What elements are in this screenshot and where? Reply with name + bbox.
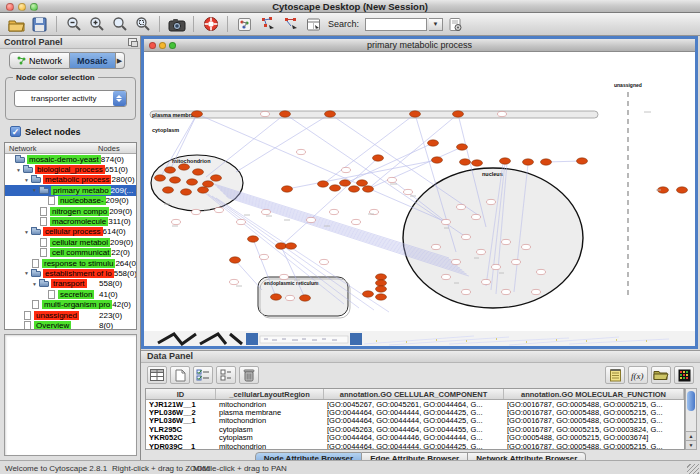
- select-nodes-row: ✓ Select nodes: [10, 126, 81, 137]
- zoom-in-button[interactable]: [86, 15, 107, 34]
- file-icon: [40, 207, 47, 216]
- table-cell: mitochondrion: [216, 442, 324, 450]
- tree-node-label: macromolecule: [50, 217, 108, 226]
- help-button[interactable]: [200, 15, 221, 34]
- tree-row[interactable]: ▼transport558(0): [5, 279, 136, 289]
- unassigned-label: unassigned: [614, 82, 642, 88]
- unselect-attributes-icon: [220, 369, 232, 382]
- expand-arrow-icon[interactable]: ▼: [32, 281, 39, 287]
- control-panel-title: Control Panel: [0, 36, 140, 49]
- new-attribute-button[interactable]: [170, 366, 190, 384]
- tree-row[interactable]: unassigned223(0): [5, 310, 136, 320]
- tree-node-count: 311(0): [108, 217, 137, 226]
- tree-row[interactable]: multi-organism pro42(0): [5, 299, 136, 309]
- column-header[interactable]: ID: [146, 389, 216, 399]
- tree-node-count: 280(0): [111, 175, 137, 184]
- expand-arrow-icon[interactable]: ▼: [16, 167, 23, 173]
- search-dropdown-button[interactable]: ▼: [429, 18, 443, 31]
- expand-arrow-icon[interactable]: ▼: [24, 177, 31, 183]
- region-nucleus[interactable]: nucleus: [403, 168, 583, 308]
- status-bar: Welcome to Cytoscape 2.8.1 Right-click +…: [0, 460, 700, 474]
- scroll-up-arrow[interactable]: ▲: [686, 431, 696, 440]
- expand-arrow-icon[interactable]: ▼: [24, 229, 31, 235]
- new-network-icon: [260, 16, 276, 32]
- zoom-fit-icon: [112, 16, 128, 32]
- import-attributes-button[interactable]: [651, 366, 671, 384]
- search-config-button[interactable]: [445, 15, 466, 34]
- tree-row[interactable]: macromolecule311(0): [5, 216, 136, 226]
- table-cell: YDR039C__1: [146, 442, 216, 450]
- control-panel: Control Panel Network Mosaic ▶ Node colo…: [0, 36, 141, 460]
- notes-button[interactable]: [605, 366, 625, 384]
- tree-row[interactable]: cell communicat22(0): [5, 248, 136, 258]
- tree-column-network: Network: [5, 144, 98, 153]
- snapshot-button[interactable]: [166, 15, 187, 34]
- tree-node-label: establishment of lo: [43, 269, 114, 278]
- tab-mosaic[interactable]: Mosaic: [70, 52, 116, 69]
- column-header[interactable]: _cellularLayoutRegion: [216, 389, 324, 399]
- formula-button[interactable]: f(x): [628, 366, 648, 384]
- tree-row[interactable]: secretion41(0): [5, 289, 136, 299]
- tree-row[interactable]: nucleobase-209(0): [5, 196, 136, 206]
- tree-row[interactable]: Overview8(0): [5, 320, 136, 330]
- search-input[interactable]: [365, 18, 427, 31]
- attribute-grid-button[interactable]: [147, 366, 167, 384]
- canvas-bottom-artifacts: [144, 331, 695, 346]
- column-header[interactable]: annotation.GO CELLULAR_COMPONENT: [324, 389, 504, 399]
- float-panel-icon[interactable]: [128, 38, 137, 46]
- network-tab-icon: [17, 56, 26, 65]
- tree-row[interactable]: ▼biological_process651(0): [5, 164, 136, 174]
- zoom-fit-button[interactable]: [109, 15, 130, 34]
- scrollbar-thumb[interactable]: [687, 391, 695, 411]
- select-nodes-checkbox[interactable]: ✓: [10, 126, 21, 137]
- tab-network[interactable]: Network: [9, 52, 70, 69]
- zoom-selected-button[interactable]: [132, 15, 153, 34]
- tree-row[interactable]: cellular metabol209(0): [5, 237, 136, 247]
- tree-row[interactable]: mosaic-demo-yeast874(0): [5, 154, 136, 164]
- tree-node-count: 42(0): [112, 300, 137, 309]
- expand-arrow-icon[interactable]: ▼: [32, 187, 39, 193]
- scroll-down-arrow[interactable]: ▼: [686, 440, 696, 449]
- region-plasma-membrane[interactable]: plasma membrane: [150, 111, 598, 118]
- tree-row[interactable]: ▼primary metabo209(...: [5, 185, 136, 195]
- tree-row[interactable]: nitrogen compo209(0): [5, 206, 136, 216]
- tree-row[interactable]: ▼establishment of lo558(0): [5, 268, 136, 278]
- new-network-selected-edges-button[interactable]: [280, 15, 301, 34]
- unselect-attributes-button[interactable]: [216, 366, 236, 384]
- table-scrollbar[interactable]: ▲ ▼: [685, 388, 697, 450]
- network-canvas[interactable]: plasma membrane cytoplasm mitochondrion …: [144, 52, 695, 346]
- notepad-icon: [609, 368, 622, 382]
- select-attributes-icon: [196, 369, 210, 382]
- resize-grip[interactable]: [687, 464, 699, 474]
- folder-icon: [23, 167, 33, 173]
- folder-icon: [39, 281, 49, 287]
- node-color-dropdown[interactable]: transporter activity: [14, 90, 127, 107]
- window-titlebar: Cytoscape Desktop (New Session): [0, 0, 700, 13]
- fx-icon: f(x): [630, 369, 646, 381]
- table-row[interactable]: YDR039C__1mitochondrion[GO:0044464, GO:0…: [146, 442, 684, 450]
- heatmap-button[interactable]: [674, 366, 694, 384]
- delete-attribute-button[interactable]: [239, 366, 259, 384]
- tree-row[interactable]: ▼cellular process614(0): [5, 227, 136, 237]
- zoom-out-button[interactable]: [63, 15, 84, 34]
- tab-overflow-button[interactable]: ▶: [116, 52, 125, 69]
- expand-arrow-icon[interactable]: ▼: [24, 270, 31, 276]
- select-attributes-button[interactable]: [193, 366, 213, 384]
- tree-row[interactable]: response to stimulu264(0): [5, 258, 136, 268]
- birds-eye-view[interactable]: [4, 334, 137, 456]
- open-file-button[interactable]: [6, 15, 27, 34]
- save-button[interactable]: [29, 15, 50, 34]
- tree-node-label: mosaic-demo-yeast: [27, 155, 101, 164]
- annotation-icon: [237, 17, 252, 32]
- tree-row[interactable]: ▼metabolic process280(0): [5, 175, 136, 185]
- tree-node-count: 558(0): [114, 269, 137, 278]
- tab-label: Network: [29, 56, 62, 66]
- tree-node-label: primary metabo: [51, 186, 111, 195]
- column-header[interactable]: annotation.GO MOLECULAR_FUNCTION: [504, 389, 684, 399]
- search-label: Search:: [328, 19, 359, 29]
- tree-header: Network Nodes: [5, 143, 136, 154]
- annotation-button[interactable]: [234, 15, 255, 34]
- new-network-from-selection-button[interactable]: [257, 15, 278, 34]
- zoom-out-icon: [66, 16, 82, 32]
- attribute-table-button[interactable]: [303, 15, 324, 34]
